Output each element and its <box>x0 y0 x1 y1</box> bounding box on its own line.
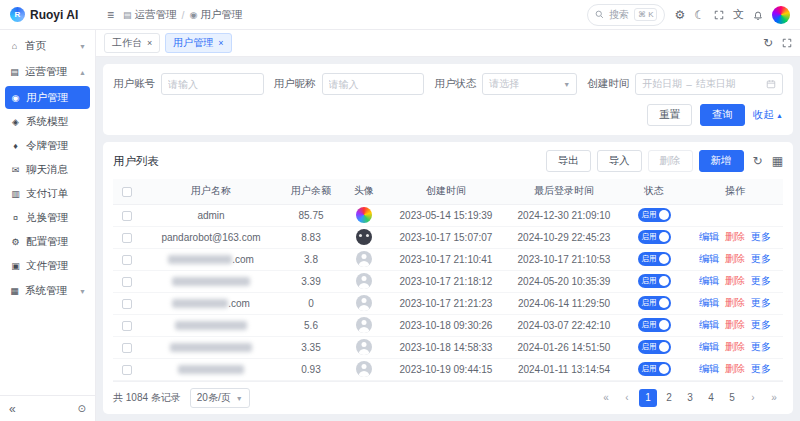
add-button[interactable]: 新增 <box>699 150 744 172</box>
status-toggle[interactable]: 启用 <box>638 274 671 288</box>
status-toggle[interactable]: 启用 <box>638 208 671 222</box>
close-icon[interactable]: × <box>218 39 223 48</box>
next-page-button[interactable]: › <box>744 389 762 407</box>
edit-action[interactable]: 编辑 <box>699 253 719 264</box>
prev-page-button[interactable]: ‹ <box>618 389 636 407</box>
more-action[interactable]: 更多 <box>751 253 771 264</box>
status-toggle[interactable]: 启用 <box>638 252 671 266</box>
import-button[interactable]: 导入 <box>597 150 642 172</box>
sidebar-item[interactable]: ✉聊天消息 <box>5 158 90 181</box>
nickname-input[interactable] <box>322 73 425 95</box>
created-time-cell: 2023-10-17 21:21:23 <box>387 292 505 314</box>
row-checkbox[interactable] <box>122 277 132 287</box>
status-toggle[interactable]: 启用 <box>638 230 671 244</box>
row-checkbox[interactable] <box>122 299 132 309</box>
delete-action[interactable]: 删除 <box>725 319 745 330</box>
page-number-button[interactable]: 5 <box>723 389 741 407</box>
edit-action[interactable]: 编辑 <box>699 341 719 352</box>
select-all-checkbox[interactable] <box>122 187 132 197</box>
sidebar-item[interactable]: ◈系统模型 <box>5 110 90 133</box>
tab[interactable]: 用户管理× <box>165 33 231 53</box>
first-page-button[interactable]: « <box>597 389 615 407</box>
created-range-picker[interactable]: 开始日期 – 结束日期 <box>635 73 783 95</box>
brand[interactable]: R Ruoyi AI <box>10 7 98 22</box>
bell-icon[interactable] <box>753 10 763 20</box>
delete-action[interactable]: 删除 <box>725 231 745 242</box>
collapse-filters-link[interactable]: 收起▲ <box>753 108 783 122</box>
status-toggle[interactable]: 启用 <box>638 318 671 332</box>
theme-moon-icon[interactable]: ☾ <box>694 9 705 21</box>
column-header: 用户名称 <box>141 179 281 204</box>
page-number-button[interactable]: 1 <box>639 389 657 407</box>
more-action[interactable]: 更多 <box>751 319 771 330</box>
row-checkbox[interactable] <box>122 211 132 221</box>
breadcrumb-item[interactable]: ◉用户管理 <box>189 8 242 22</box>
order-icon: ▥ <box>10 189 21 199</box>
edit-action[interactable]: 编辑 <box>699 319 719 330</box>
page-number-button[interactable]: 4 <box>702 389 720 407</box>
maximize-icon[interactable] <box>782 37 792 49</box>
edit-action[interactable]: 编辑 <box>699 363 719 374</box>
reset-button[interactable]: 重置 <box>647 104 692 126</box>
locale-icon[interactable]: 文 <box>733 9 744 20</box>
page-number-button[interactable]: 3 <box>681 389 699 407</box>
row-checkbox[interactable] <box>122 343 132 353</box>
page-size-select[interactable]: 20条/页 ▼ <box>190 388 250 408</box>
refresh-page-icon[interactable]: ↻ <box>763 37 773 49</box>
more-action[interactable]: 更多 <box>751 275 771 286</box>
account-input-field[interactable] <box>168 79 257 90</box>
sidebar-group-system[interactable]: ▦ 系统管理 ▼ <box>0 278 95 304</box>
sidebar-item[interactable]: ¤兑换管理 <box>5 206 90 229</box>
global-search[interactable]: 搜索 ⌘ K <box>587 4 666 26</box>
page-number-button[interactable]: 2 <box>660 389 678 407</box>
row-checkbox[interactable] <box>122 365 132 375</box>
more-action[interactable]: 更多 <box>751 297 771 308</box>
export-button[interactable]: 导出 <box>546 150 591 172</box>
filter-row: 用户账号 用户昵称 用户状态 请选择 ▼ <box>113 73 783 95</box>
row-checkbox[interactable] <box>122 321 132 331</box>
sidebar-group-operations[interactable]: ▤ 运营管理 ▲ <box>0 59 95 85</box>
menu-settings-icon[interactable]: ⊙ <box>78 404 86 414</box>
sidebar-item[interactable]: ♦令牌管理 <box>5 134 90 157</box>
edit-action[interactable]: 编辑 <box>699 275 719 286</box>
last-page-button[interactable]: » <box>765 389 783 407</box>
breadcrumb-item[interactable]: ▤运营管理 <box>123 8 177 22</box>
more-action[interactable]: 更多 <box>751 341 771 352</box>
delete-action[interactable]: 删除 <box>725 275 745 286</box>
edit-action[interactable]: 编辑 <box>699 231 719 242</box>
sidebar-item[interactable]: ⚙配置管理 <box>5 230 90 253</box>
delete-action[interactable]: 删除 <box>725 253 745 264</box>
row-checkbox[interactable] <box>122 233 132 243</box>
status-toggle[interactable]: 启用 <box>638 362 671 376</box>
nickname-input-field[interactable] <box>329 79 418 90</box>
delete-action[interactable]: 删除 <box>725 297 745 308</box>
delete-action[interactable]: 删除 <box>725 341 745 352</box>
sidebar-item-label: 兑换管理 <box>26 211 68 225</box>
sidebar-item[interactable]: ▣文件管理 <box>5 254 90 277</box>
query-button[interactable]: 查询 <box>700 104 745 126</box>
app-logo-icon: R <box>10 7 25 22</box>
tab[interactable]: 工作台× <box>104 33 160 53</box>
sidebar-item[interactable]: ◉用户管理 <box>5 86 90 109</box>
row-checkbox[interactable] <box>122 255 132 265</box>
close-icon[interactable]: × <box>147 39 152 48</box>
delete-button[interactable]: 删除 <box>648 150 693 172</box>
user-avatar[interactable] <box>772 6 790 24</box>
refresh-table-icon[interactable]: ↻ <box>753 155 763 167</box>
status-toggle[interactable]: 启用 <box>638 296 671 310</box>
fullscreen-icon[interactable] <box>714 10 724 20</box>
status-select[interactable]: 请选择 ▼ <box>482 73 577 95</box>
gear-icon[interactable]: ⚙ <box>674 9 685 21</box>
collapse-sidebar-icon[interactable]: « <box>9 403 16 415</box>
more-action[interactable]: 更多 <box>751 231 771 242</box>
column-settings-icon[interactable]: ▦ <box>772 155 783 167</box>
sidebar-collapse-icon[interactable]: ≡ <box>107 9 114 21</box>
more-action[interactable]: 更多 <box>751 363 771 374</box>
edit-action[interactable]: 编辑 <box>699 297 719 308</box>
account-input[interactable] <box>161 73 264 95</box>
filter-label: 用户账号 <box>113 77 155 91</box>
sidebar-item[interactable]: ▥支付订单 <box>5 182 90 205</box>
status-toggle[interactable]: 启用 <box>638 340 671 354</box>
sidebar-item-home[interactable]: ⌂ 首页 ▼ <box>0 33 95 59</box>
delete-action[interactable]: 删除 <box>725 363 745 374</box>
